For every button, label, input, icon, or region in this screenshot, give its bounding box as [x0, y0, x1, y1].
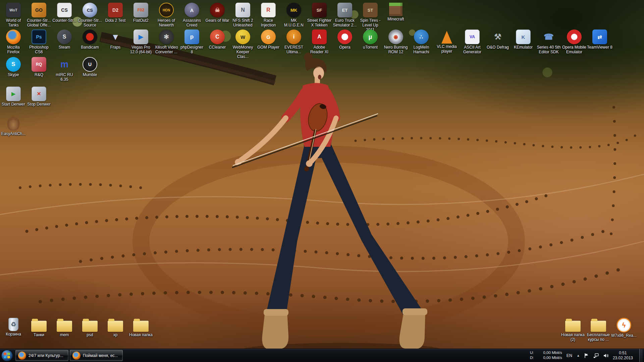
folder-psd[interactable]: psd — [77, 318, 103, 338]
oo-defrag[interactable]: ⚒ O&O Defrag — [485, 29, 511, 59]
counter-strike-label: Counter-Str... — [52, 18, 76, 23]
action-center-flag-icon[interactable] — [584, 353, 590, 359]
gom-player[interactable]: G GOM Player — [256, 29, 281, 59]
skype-icon: S — [6, 57, 21, 72]
flatout2[interactable]: F02 FlatOut2 — [128, 3, 154, 32]
ccleaner[interactable]: C CCleaner — [205, 29, 230, 59]
heroes-of-newerth[interactable]: HON Heroes of Newerth — [154, 3, 179, 32]
volume-icon[interactable] — [603, 353, 609, 359]
nero-burning-rom[interactable]: ◉ Nero Burning ROM 12 — [383, 29, 409, 59]
nfs-shift2[interactable]: N NFS Shift 2 Unleashed — [230, 3, 256, 32]
fraps[interactable]: ▼ Fraps — [103, 29, 128, 59]
assassins-creed[interactable]: A Assassins Creed — [179, 3, 205, 32]
show-desktop-button[interactable] — [639, 349, 643, 362]
folder-free-courses[interactable]: Бесплатные курсы по ... — [586, 318, 611, 342]
ascii-art-generator[interactable]: VA ASCII Art Generator — [460, 29, 485, 59]
skype[interactable]: S Skype — [1, 57, 26, 82]
start-denwer-label: Start Denwer — [2, 102, 25, 107]
folder-xp-label: xp — [113, 333, 118, 338]
show-hidden-icons-button[interactable]: ▲ — [577, 354, 580, 357]
mozilla-firefox[interactable]: Mozilla Firefox — [1, 29, 26, 59]
world-of-tanks[interactable]: WoT World of Tanks — [1, 3, 26, 32]
opera-mobile[interactable]: Opera Mobile Emulator — [561, 29, 587, 59]
utorrent[interactable]: µ uTorrent — [358, 29, 383, 59]
stop-denwer[interactable]: ✕ Stop Denwer — [26, 86, 52, 107]
ccleaner-label: CCleaner — [209, 45, 226, 50]
mk-mugen-label: MK M.U.G.E.N — [281, 18, 307, 28]
opera-icon — [337, 29, 352, 44]
mumble[interactable]: U Mumble — [77, 57, 103, 82]
w7x86-image[interactable]: ϟ W7x86_Rea... — [611, 318, 637, 342]
phpdesigner-8[interactable]: p phpDesigner 8 — [179, 29, 205, 59]
bandicam[interactable]: Bandicam — [77, 29, 103, 59]
mk-mugen[interactable]: MK MK M.U.G.E.N — [281, 3, 307, 32]
webmoney-keeper[interactable]: W WebMoney Keeper Clas... — [230, 29, 256, 59]
network-speed-meter[interactable]: U: 0,00 Mbit/s D: 0,00 Mbit/s — [530, 351, 562, 360]
sf-x-tekken[interactable]: SF Street Fighter X Tekken — [307, 3, 332, 32]
opera-mobile-label: Opera Mobile Emulator — [561, 45, 587, 55]
xilisoft-video[interactable]: ✻ Xilisoft Video Converter ... — [154, 29, 179, 59]
nero-burning-rom-label: Nero Burning ROM 12 — [383, 45, 409, 55]
start-button[interactable] — [0, 349, 14, 362]
folder-mem[interactable]: mem — [52, 318, 77, 338]
everest[interactable]: i EVEREST Ultima... — [281, 29, 307, 59]
recycle-bin[interactable]: ♻ Корзина — [1, 318, 26, 338]
firefox-window-2[interactable]: Поймай меня, ес... — [70, 350, 123, 361]
race-injection-icon: R — [261, 3, 276, 17]
photoshop-cs6[interactable]: Ps Photoshop CS6 — [26, 29, 52, 59]
start-denwer-icon: ▶ — [6, 86, 21, 101]
opera[interactable]: Opera — [332, 29, 358, 59]
kemulator[interactable]: K KEmulator — [511, 29, 536, 59]
euro-truck-2[interactable]: ET Euro Truck Simulator 2... — [332, 3, 358, 32]
steam[interactable]: S Steam — [52, 29, 77, 59]
stop-denwer-label: Stop Denwer — [27, 102, 50, 107]
mirc-ru[interactable]: m mIRC RU 6.35 — [52, 57, 77, 82]
cs-go[interactable]: GO Counter-Str... Global Offe... — [26, 3, 52, 32]
mumble-icon: U — [83, 57, 97, 72]
vegas-pro-label: Vegas Pro 12.0 (64-bit) — [128, 45, 154, 55]
network-icon[interactable] — [593, 353, 599, 359]
minecraft-label: Minecraft — [387, 17, 404, 22]
folder-xp[interactable]: xp — [103, 318, 128, 338]
desktop-icon-row-bottom-left: ♻ Корзина Танки mem psd xp — [1, 318, 154, 338]
taskbar: 24/7 или Культур... Поймай меня, ес... U… — [0, 349, 644, 362]
folder-new[interactable]: Новая папка — [128, 318, 154, 338]
dota2-test[interactable]: D2 Dota 2 Test — [103, 3, 128, 32]
ccleaner-icon: C — [210, 29, 225, 44]
logmein-hamachi[interactable]: ∴ LogMeIn Hamachi — [409, 29, 434, 59]
adobe-reader-xi[interactable]: A Adobe Reader XI — [307, 29, 332, 59]
vlc-media-player[interactable]: VLC media player — [434, 29, 460, 59]
counter-strike[interactable]: CS Counter-Str... — [52, 3, 77, 32]
minecraft[interactable]: Minecraft — [383, 3, 409, 32]
mozilla-firefox-label: Mozilla Firefox — [1, 45, 26, 55]
start-denwer[interactable]: ▶ Start Denwer — [1, 86, 26, 107]
folder-new-2[interactable]: Новая папка (2) — [560, 318, 586, 342]
oo-defrag-label: O&O Defrag — [487, 45, 509, 50]
mozilla-firefox-icon — [6, 29, 21, 44]
language-indicator[interactable]: EN — [566, 353, 573, 358]
gears-of-war[interactable]: ☠ Gears of War — [205, 3, 230, 32]
fraps-label: Fraps — [110, 45, 121, 50]
series40-sdk[interactable]: ☎ Series 40 5th Editor SDK — [536, 29, 561, 59]
vegas-pro[interactable]: ▶ Vegas Pro 12.0 (64-bit) — [128, 29, 154, 59]
folder-new-icon — [133, 321, 149, 332]
recycle-bin-label: Корзина — [6, 332, 21, 337]
folder-free-courses-icon — [591, 321, 606, 332]
desktop-icon-row-bottom-right: Новая папка (2) Бесплатные курсы по ... … — [560, 318, 637, 342]
nero-burning-rom-icon: ◉ — [388, 29, 403, 44]
flatout2-label: FlatOut2 — [133, 18, 149, 23]
race-injection[interactable]: R Race Injection — [256, 3, 281, 32]
skype-label: Skype — [8, 73, 19, 77]
clock[interactable]: 0:51 23.02.2013 — [613, 351, 636, 361]
mk-mugen-icon: MK — [286, 3, 301, 17]
sf-x-tekken-icon: SF — [312, 3, 327, 17]
firefox-window-1[interactable]: 24/7 или Культур... — [15, 350, 68, 361]
spin-tires[interactable]: ST Spin Tires - Level Up 2011 — [358, 3, 383, 32]
easyanticheat[interactable]: EasyAntiCh... — [1, 117, 26, 136]
rnq[interactable]: RQ R&Q — [26, 57, 52, 82]
desktop-icon-row-4: ▶ Start Denwer ✕ Stop Denwer — [1, 86, 52, 107]
cs-source[interactable]: CS Counter-Str... Source — [77, 3, 103, 32]
folder-tanki[interactable]: Танки — [26, 318, 52, 338]
teamviewer-8[interactable]: ⇄ TeamViewer 8 — [587, 29, 612, 59]
upload-label: U: — [530, 351, 534, 355]
